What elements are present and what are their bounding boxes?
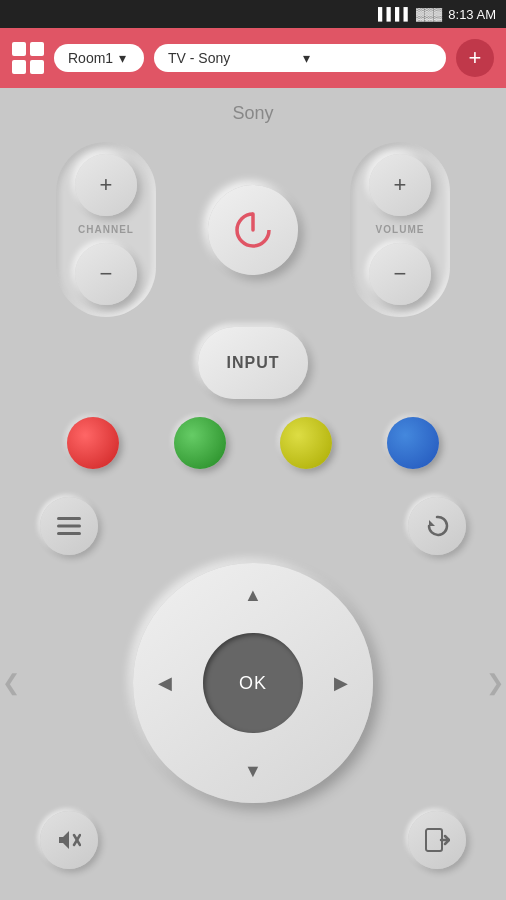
channel-panel: + CHANNEL − — [56, 142, 156, 317]
device-dropdown[interactable]: TV - Sony ▾ — [154, 44, 446, 72]
top-controls: + CHANNEL − + VOLUME − — [0, 142, 506, 317]
volume-up-button[interactable]: + — [369, 154, 431, 216]
room-label: Room1 — [68, 50, 113, 66]
color-buttons-row — [0, 417, 506, 469]
nav-top-row — [30, 497, 476, 555]
dpad-left-button[interactable]: ◀ — [145, 663, 185, 703]
red-button[interactable] — [67, 417, 119, 469]
ok-button[interactable]: OK — [203, 633, 303, 733]
menu-button[interactable] — [40, 497, 98, 555]
svg-marker-5 — [429, 520, 435, 526]
status-time: 8:13 AM — [448, 7, 496, 22]
room-dropdown-arrow: ▾ — [119, 50, 126, 66]
side-left-button[interactable]: ❮ — [2, 670, 20, 696]
volume-panel: + VOLUME − — [350, 142, 450, 317]
input-button[interactable]: INPUT — [198, 327, 308, 399]
signal-icon: ▌▌▌▌ — [378, 7, 412, 21]
exit-icon — [424, 827, 450, 853]
power-icon — [231, 208, 275, 252]
battery-icon: ▓▓▓ — [416, 7, 442, 21]
svg-rect-8 — [426, 829, 442, 851]
nav-bottom-row — [30, 811, 476, 869]
nav-section: ❮ ❯ ▲ — [0, 497, 506, 869]
dpad-down-button[interactable]: ▼ — [233, 751, 273, 791]
refresh-button[interactable] — [408, 497, 466, 555]
mute-icon — [57, 828, 81, 852]
dpad-container: ▲ ▼ ◀ ▶ OK — [133, 563, 373, 803]
svg-rect-3 — [57, 525, 81, 528]
device-title: Sony — [0, 103, 506, 124]
middle-row: INPUT — [0, 327, 506, 399]
green-button[interactable] — [174, 417, 226, 469]
yellow-button[interactable] — [280, 417, 332, 469]
device-label: TV - Sony — [168, 50, 297, 66]
room-dropdown[interactable]: Room1 ▾ — [54, 44, 144, 72]
blue-button[interactable] — [387, 417, 439, 469]
channel-label: CHANNEL — [78, 224, 134, 235]
volume-down-button[interactable]: − — [369, 243, 431, 305]
power-area — [208, 185, 298, 275]
hamburger-icon — [57, 517, 81, 535]
refresh-icon — [424, 513, 450, 539]
exit-button[interactable] — [408, 811, 466, 869]
channel-up-button[interactable]: + — [75, 154, 137, 216]
side-right-button[interactable]: ❯ — [486, 670, 504, 696]
app-grid-icon[interactable] — [12, 42, 44, 74]
status-icons: ▌▌▌▌ ▓▓▓ — [378, 7, 442, 21]
volume-label: VOLUME — [376, 224, 425, 235]
dpad-outer: ▲ ▼ ◀ ▶ OK — [133, 563, 373, 803]
power-button[interactable] — [208, 185, 298, 275]
mute-button[interactable] — [40, 811, 98, 869]
device-dropdown-arrow: ▾ — [303, 50, 432, 66]
add-device-button[interactable]: + — [456, 39, 494, 77]
dpad-up-button[interactable]: ▲ — [233, 575, 273, 615]
channel-down-button[interactable]: − — [75, 243, 137, 305]
svg-rect-4 — [57, 532, 81, 535]
svg-rect-2 — [57, 517, 81, 520]
remote-main: Sony + CHANNEL − + — [0, 88, 506, 879]
dpad-right-button[interactable]: ▶ — [321, 663, 361, 703]
status-bar: ▌▌▌▌ ▓▓▓ 8:13 AM — [0, 0, 506, 28]
header: Room1 ▾ TV - Sony ▾ + — [0, 28, 506, 88]
